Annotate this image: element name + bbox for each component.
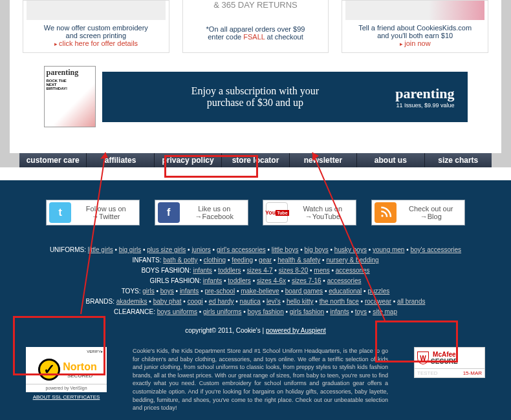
promo-offer-link[interactable]: click here for offer details <box>54 39 138 47</box>
category-link[interactable]: nursery & bedding <box>326 257 378 264</box>
nav-about-us[interactable]: about us <box>357 153 424 167</box>
nav-customer-care[interactable]: customer care <box>19 153 87 167</box>
category-link[interactable]: infants <box>203 277 222 284</box>
category-link[interactable]: coogi <box>188 298 203 305</box>
promo-embroidery: We now offer custom embroidery and scree… <box>23 0 169 53</box>
category-label: BOYS FASHION: <box>141 267 193 274</box>
nav-newsletter[interactable]: newsletter <box>290 153 357 167</box>
banner-brand: parenting 11 Issues, $9.99 value <box>395 85 454 109</box>
promo-line: We now offer custom embroidery <box>27 24 166 32</box>
facebook-icon: f <box>158 202 180 223</box>
promo-line: *On all apparel orders over $99 <box>186 25 325 33</box>
category-label: CLEARANCE: <box>114 308 157 315</box>
rss-icon <box>375 202 397 223</box>
category-label: BRANDS: <box>86 298 116 305</box>
category-link[interactable]: levi's <box>266 298 281 305</box>
category-link[interactable]: sizes 8-20 <box>279 267 309 274</box>
category-link[interactable]: girl's accessories <box>217 246 266 253</box>
social-blog[interactable]: Check out our→Blog <box>371 200 465 226</box>
category-label: INFANTS: <box>132 257 163 264</box>
norton-badge-box: VERIFY▸ ✓ NortonSECURED powered by VeriS… <box>26 347 107 400</box>
category-link[interactable]: ed hardy <box>209 298 234 305</box>
category-link[interactable]: rocawear <box>365 298 391 305</box>
category-link[interactable]: infants <box>330 308 349 315</box>
category-link[interactable]: boy's accessories <box>411 246 462 253</box>
promo-line: and you'll both earn $10 <box>345 32 484 39</box>
ssl-certificates-link[interactable]: ABOUT SSL CERTIFICATES <box>26 394 107 400</box>
category-link[interactable]: nautica <box>240 298 261 305</box>
category-label: UNIFORMS: <box>50 246 88 253</box>
promo-returns: & 365 DAY RETURNS *On all apparel orders… <box>182 0 329 53</box>
category-link[interactable]: boys fashion <box>248 308 284 315</box>
subscription-banner[interactable]: parenting ROCK THE NEXT BIRTHDAY! Enjoy … <box>10 59 501 140</box>
category-link[interactable]: health & safety <box>277 257 320 264</box>
category-link[interactable]: accessories <box>327 277 362 284</box>
norton-check-icon: ✓ <box>38 359 60 381</box>
category-link[interactable]: toddlers <box>218 267 241 274</box>
category-link[interactable]: young men <box>373 246 404 253</box>
category-link[interactable]: mens <box>314 267 329 274</box>
category-link[interactable]: puzzles <box>367 288 389 295</box>
category-label: GIRLS FASHION: <box>150 277 203 284</box>
category-link[interactable]: big boys <box>305 246 329 253</box>
copyright: copyright© 2011, Cookie's | powered by A… <box>19 327 492 334</box>
category-link[interactable]: little girls <box>88 246 113 253</box>
category-link[interactable]: infants <box>193 267 212 274</box>
category-link[interactable]: sizes 7-16 <box>292 277 321 284</box>
promo-line: Tell a friend about CookiesKids.com <box>345 24 484 32</box>
category-link[interactable]: girls <box>142 288 154 295</box>
nav-store-locator[interactable]: store locator <box>222 153 289 167</box>
category-link[interactable]: infants <box>180 288 199 295</box>
category-link[interactable]: husky boys <box>334 246 367 253</box>
mcafee-shield-icon: W <box>417 352 429 364</box>
social-facebook[interactable]: f Like us on→Facebook <box>155 200 248 226</box>
category-link[interactable]: boys <box>160 288 174 295</box>
category-link[interactable]: hello kitty <box>287 298 314 305</box>
footer-description: Cookie's Kids, the Kids Department Store… <box>120 347 401 412</box>
youtube-icon: YouTube <box>266 202 288 223</box>
magazine-cover: parenting ROCK THE NEXT BIRTHDAY! <box>44 66 96 127</box>
nav-affiliates[interactable]: affiliates <box>87 153 154 167</box>
category-link[interactable]: girls uniforms <box>203 308 241 315</box>
category-link[interactable]: boys uniforms <box>157 308 197 315</box>
mcafee-badge-box: W McAfeeSECURE TESTED15-MAR <box>414 347 485 378</box>
category-link[interactable]: sizes 4-7 <box>247 267 273 274</box>
promo-refer: Tell a friend about CookiesKids.com and … <box>342 0 488 53</box>
social-youtube[interactable]: YouTube Watch us on→YouTube <box>263 200 356 226</box>
category-link[interactable]: pre-school <box>204 288 235 295</box>
category-link[interactable]: girls fashion <box>290 308 324 315</box>
category-link[interactable]: the north face <box>320 298 359 305</box>
category-link[interactable]: plus size girls <box>147 246 186 253</box>
category-link[interactable]: make-believe <box>241 288 279 295</box>
category-link[interactable]: toddlers <box>228 277 251 284</box>
category-link[interactable]: akademiks <box>116 298 147 305</box>
promo-join-link[interactable]: join now <box>400 39 431 47</box>
mcafee-badge[interactable]: W McAfeeSECURE TESTED15-MAR <box>414 347 485 378</box>
category-link[interactable]: gear <box>259 257 272 264</box>
category-link[interactable]: accessories <box>336 267 370 274</box>
norton-badge[interactable]: VERIFY▸ ✓ NortonSECURED powered by VeriS… <box>26 347 107 392</box>
category-link[interactable]: clothing <box>204 257 226 264</box>
social-twitter[interactable]: t Follow us on→Twitter <box>46 200 140 226</box>
category-link[interactable]: juniors <box>191 246 210 253</box>
nav-privacy-policy[interactable]: privacy policy <box>155 153 222 167</box>
category-link[interactable]: bath & potty <box>163 257 197 264</box>
category-label: TOYS: <box>122 288 143 295</box>
twitter-icon: t <box>49 202 71 223</box>
nav-size-charts[interactable]: size charts <box>425 153 492 167</box>
category-link[interactable]: baby phat <box>153 298 182 305</box>
category-link[interactable]: little boys <box>272 246 299 253</box>
category-link[interactable]: board games <box>285 288 323 295</box>
auspient-link[interactable]: powered by Auspient <box>266 327 326 334</box>
category-links: UNIFORMS: little girls • big girls • plu… <box>19 245 492 317</box>
category-link[interactable]: big girls <box>119 246 141 253</box>
banner-text: Enjoy a subscription with your purchase … <box>115 85 396 109</box>
category-link[interactable]: toys <box>355 308 367 315</box>
promo-code: FSALL <box>243 33 265 41</box>
category-link[interactable]: feeding <box>232 257 253 264</box>
footer-nav-bar: customer care affiliates privacy policy … <box>19 153 492 167</box>
category-link[interactable]: site map <box>373 308 397 315</box>
category-link[interactable]: educational <box>329 288 362 295</box>
category-link[interactable]: sizes 4-6x <box>257 277 286 284</box>
category-link[interactable]: all brands <box>397 298 425 305</box>
